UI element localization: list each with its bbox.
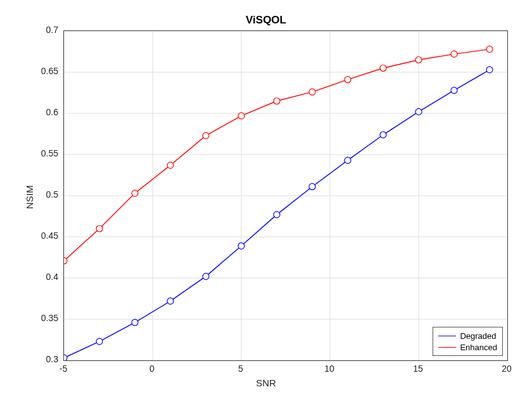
data-marker <box>451 51 457 57</box>
y-tick-label: 0.35 <box>41 313 58 323</box>
y-tick-label: 0.3 <box>46 354 58 364</box>
data-marker <box>309 89 315 95</box>
x-tick-label: 20 <box>499 364 514 374</box>
legend-label: Degraded <box>460 331 496 341</box>
y-tick-label: 0.5 <box>46 189 58 200</box>
y-tick-label: 0.6 <box>46 107 58 117</box>
plot-area <box>63 30 508 361</box>
data-marker <box>96 338 103 345</box>
figure: ViSQOL SNR NSIM DegradedEnhanced -505101… <box>0 0 532 399</box>
data-marker <box>167 162 174 168</box>
data-marker <box>167 298 174 304</box>
data-marker <box>380 132 386 138</box>
data-marker <box>380 65 386 72</box>
y-axis-label: NSIM <box>24 186 35 210</box>
data-marker <box>345 77 351 83</box>
series-line <box>64 49 490 261</box>
x-tick-label: 15 <box>410 364 426 374</box>
data-marker <box>486 66 493 73</box>
y-tick-label: 0.7 <box>46 25 58 35</box>
legend-swatch <box>438 347 456 348</box>
y-tick-label: 0.65 <box>41 66 58 76</box>
data-marker <box>64 258 67 264</box>
data-marker <box>203 132 209 139</box>
data-marker <box>309 184 315 190</box>
y-tick-label: 0.4 <box>46 272 58 282</box>
legend-label: Enhanced <box>460 343 497 352</box>
chart-title: ViSQOL <box>0 14 532 27</box>
data-marker <box>238 243 244 249</box>
data-marker <box>415 57 422 63</box>
data-marker <box>238 113 244 119</box>
legend-item: Degraded <box>438 330 497 341</box>
data-marker <box>203 273 209 279</box>
data-marker <box>132 190 138 196</box>
x-tick-label: -5 <box>56 364 71 374</box>
x-tick-label: 10 <box>322 364 337 374</box>
y-tick-label: 0.45 <box>41 231 58 241</box>
chart-svg <box>64 31 507 360</box>
x-axis-label: SNR <box>0 377 532 388</box>
data-marker <box>96 225 103 232</box>
legend-swatch <box>438 336 456 336</box>
legend: DegradedEnhanced <box>433 327 503 356</box>
y-tick-label: 0.55 <box>41 148 58 158</box>
data-marker <box>274 98 280 104</box>
data-marker <box>486 46 493 53</box>
data-marker <box>345 157 351 163</box>
legend-item: Enhanced <box>438 341 497 353</box>
x-tick-label: 0 <box>144 364 160 374</box>
data-marker <box>64 355 67 360</box>
x-tick-label: 5 <box>233 364 248 374</box>
data-marker <box>451 87 457 94</box>
data-marker <box>274 212 280 218</box>
data-marker <box>415 108 422 115</box>
data-marker <box>132 319 138 326</box>
